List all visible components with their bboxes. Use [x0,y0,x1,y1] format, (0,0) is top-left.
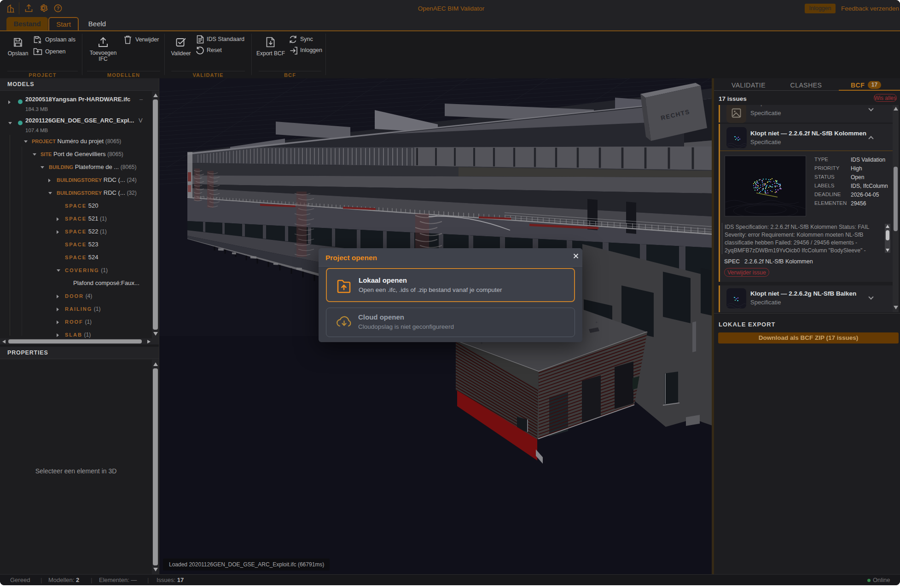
svg-text:?: ? [57,6,59,11]
